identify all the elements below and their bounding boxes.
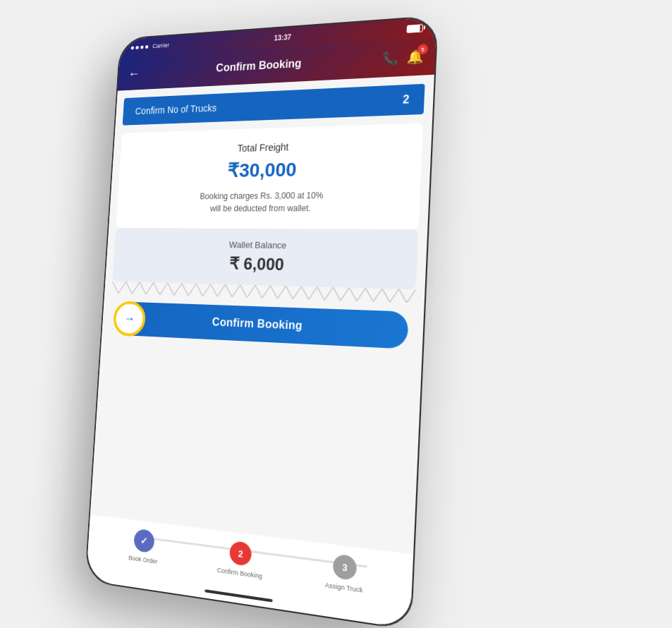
battery-fill bbox=[408, 25, 420, 32]
freight-card: Total Freight ₹30,000 Booking charges Rs… bbox=[116, 123, 423, 229]
wallet-label: Wallet Balance bbox=[228, 239, 286, 250]
signal-dot-1 bbox=[131, 46, 135, 49]
content-area: Confirm No of Trucks 2 Total Freight ₹30… bbox=[86, 75, 434, 628]
step-book-order: ✓ Book Order bbox=[97, 524, 193, 569]
battery-icon bbox=[407, 24, 424, 33]
phone-icon[interactable]: 📞 bbox=[381, 50, 398, 67]
signal-dot-3 bbox=[140, 45, 144, 49]
header-title: Confirm Booking bbox=[145, 52, 382, 78]
button-circle: → bbox=[113, 301, 147, 337]
carrier-label: Carrier bbox=[152, 42, 169, 49]
header-icons: 📞 🔔 5 bbox=[381, 49, 423, 67]
confirm-booking-button[interactable]: → Confirm Booking bbox=[114, 301, 408, 349]
step-3-number: 3 bbox=[342, 561, 348, 573]
step-1-label: Book Order bbox=[128, 554, 158, 565]
status-left: Carrier bbox=[130, 42, 169, 51]
phone-screen: Carrier 13:37 ← Confirm Booking 📞 🔔 bbox=[86, 17, 437, 628]
phone: Carrier 13:37 ← Confirm Booking 📞 🔔 bbox=[85, 15, 439, 628]
step-3-label: Assign Truck bbox=[325, 581, 363, 594]
time-display: 13:37 bbox=[274, 33, 291, 42]
booking-charges-text: Booking charges Rs. 3,000 at 10% will be… bbox=[199, 189, 324, 215]
step-2-label: Confirm Booking bbox=[217, 567, 262, 580]
checkmark-icon: ✓ bbox=[140, 535, 149, 547]
trucks-label: Confirm No of Trucks bbox=[135, 102, 216, 116]
freight-amount: ₹30,000 bbox=[227, 158, 298, 182]
notification-badge: 5 bbox=[417, 44, 428, 54]
freight-label: Total Freight bbox=[237, 141, 289, 154]
step-2-number: 2 bbox=[238, 548, 243, 559]
confirm-button-label: Confirm Booking bbox=[114, 312, 408, 337]
phone-wrapper: Carrier 13:37 ← Confirm Booking 📞 🔔 bbox=[85, 15, 439, 628]
wallet-amount: ₹ 6,000 bbox=[228, 254, 284, 274]
signal-dot-4 bbox=[145, 45, 149, 49]
trucks-bar: Confirm No of Trucks 2 bbox=[123, 84, 425, 126]
wallet-section: Wallet Balance ₹ 6,000 bbox=[112, 228, 418, 289]
notification-icon[interactable]: 🔔 5 bbox=[407, 49, 424, 66]
scene: Carrier 13:37 ← Confirm Booking 📞 🔔 bbox=[0, 0, 672, 628]
trucks-count: 2 bbox=[403, 93, 410, 107]
back-button[interactable]: ← bbox=[128, 66, 140, 81]
step-2-circle: 2 bbox=[229, 541, 252, 567]
arrow-icon: → bbox=[123, 311, 135, 326]
step-confirm-booking: 2 Confirm Booking bbox=[190, 536, 293, 584]
signal-dot-2 bbox=[135, 46, 139, 49]
step-3-circle: 3 bbox=[333, 554, 358, 581]
step-1-circle: ✓ bbox=[133, 529, 154, 553]
step-assign-truck: 3 Assign Truck bbox=[291, 548, 401, 599]
